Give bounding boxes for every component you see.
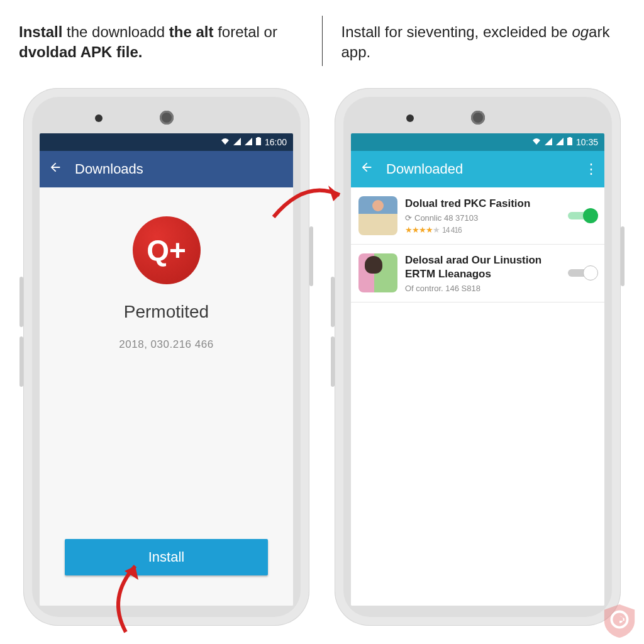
proximity-sensor <box>406 114 414 122</box>
back-icon[interactable] <box>360 160 374 178</box>
wifi-icon <box>532 137 541 147</box>
back-icon[interactable] <box>48 160 62 178</box>
appbar-title: Downloads <box>75 161 284 177</box>
phone-right: 10:35 Downloaded ⋮ Dolual tred PKC Fasit… <box>335 88 621 626</box>
appbar-title: Downloaded <box>386 161 572 177</box>
front-camera <box>471 111 485 125</box>
proximity-sensor <box>95 114 103 122</box>
app-thumbnail <box>358 196 397 235</box>
sync-icon: ⟳ <box>405 213 412 223</box>
volume-up <box>19 277 23 327</box>
volume-up <box>331 277 335 327</box>
toggle-switch[interactable] <box>568 208 597 223</box>
svg-rect-1 <box>257 137 260 138</box>
svg-rect-2 <box>567 138 572 145</box>
list-item[interactable]: Delosal arad Our Linustion ERTM Lleanago… <box>351 245 604 303</box>
list-item[interactable]: Dolual tred PKC Fasition ⟳ Connlic 48 37… <box>351 187 604 245</box>
rating-stars: ★★★★★14 416 <box>405 225 560 235</box>
app-bar: Downloads <box>40 151 293 187</box>
volume-down <box>331 336 335 387</box>
watermark-icon <box>601 602 638 639</box>
battery-icon <box>256 137 261 147</box>
app-icon: Q+ <box>133 216 201 284</box>
item-title: Delosal arad Our Linustion ERTM Lleanago… <box>405 253 560 281</box>
signal-icon <box>545 137 552 147</box>
signal-icon <box>233 137 241 147</box>
wifi-icon <box>221 137 230 147</box>
volume-down <box>19 336 23 387</box>
app-version: 2018, 030.216 466 <box>119 338 213 351</box>
battery-icon <box>567 137 572 147</box>
toggle-switch[interactable] <box>568 265 597 280</box>
app-icon-glyph: Q+ <box>147 233 186 267</box>
caption-divider <box>322 16 323 66</box>
status-time: 16:00 <box>265 137 287 147</box>
item-subtitle: Of contror. 146 S818 <box>405 284 560 293</box>
power-button <box>621 226 625 286</box>
install-button[interactable]: Install <box>65 539 267 575</box>
app-name: Permotited <box>124 302 209 322</box>
status-bar: 16:00 <box>40 133 293 151</box>
item-subtitle: ⟳ Connlic 48 37103 <box>405 213 560 223</box>
app-thumbnail <box>358 253 397 292</box>
front-camera <box>160 111 174 125</box>
caption-right: Install for sieventing, excleided be oga… <box>341 22 626 63</box>
svg-rect-3 <box>569 137 571 138</box>
svg-rect-0 <box>256 138 261 145</box>
caption-left: Install the downloadd the alt foretal or… <box>19 22 303 63</box>
status-time: 10:35 <box>576 137 598 147</box>
status-bar: 10:35 <box>351 133 604 151</box>
app-bar: Downloaded ⋮ <box>351 151 604 187</box>
power-button <box>309 226 313 286</box>
downloaded-list: Dolual tred PKC Fasition ⟳ Connlic 48 37… <box>351 187 604 606</box>
item-title: Dolual tred PKC Fasition <box>405 197 560 211</box>
signal2-icon <box>245 137 252 147</box>
signal2-icon <box>556 137 564 147</box>
phone-left: 16:00 Downloads Q+ Permotited 2018, 030.… <box>23 88 309 626</box>
overflow-menu-icon[interactable]: ⋮ <box>584 161 596 177</box>
